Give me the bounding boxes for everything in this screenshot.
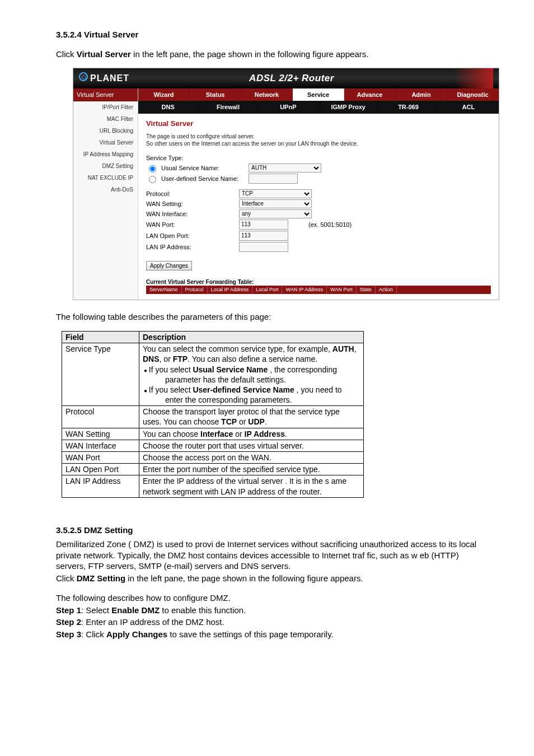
nav1-wizard[interactable]: Wizard <box>138 88 190 101</box>
param-desc-lanip: Enter the IP address of the virtual serv… <box>139 475 364 497</box>
user-service-label: User-defined Service Name: <box>161 175 245 183</box>
param-field-lanip: LAN IP Address <box>62 475 139 497</box>
fw-col-state: State <box>357 286 376 295</box>
section-2-title: DMZ Setting <box>84 525 133 535</box>
wan-port-hint: (ex. 5001:5010) <box>308 221 352 228</box>
router-logo: PLANET <box>79 72 129 85</box>
lan-ip-input[interactable] <box>239 242 288 252</box>
intro-1-b: Virtual Server <box>77 49 131 59</box>
fw-col-localport: Local Port <box>252 286 283 295</box>
wan-setting-select[interactable]: Interface <box>239 199 312 208</box>
fw-col-wanport: WAN Port <box>327 286 357 295</box>
param-desc-lanopen: Enter the port number of the specified s… <box>139 464 364 475</box>
usual-service-radio[interactable] <box>149 165 156 172</box>
param-desc-servicetype: You can select the common service type, … <box>139 343 364 406</box>
param-field-wanport: WAN Port <box>62 452 139 464</box>
forward-table-header: ServerName Protocol Local IP Address Loc… <box>146 286 491 295</box>
top-nav: Wizard Status Network Service Advance Ad… <box>138 88 499 101</box>
lan-open-input[interactable] <box>239 231 288 241</box>
service-type-label: Service Type: <box>146 154 491 162</box>
dmz-step-3: Step 3: Click Apply Changes to save the … <box>56 629 478 640</box>
nav1-network[interactable]: Network <box>241 88 293 101</box>
sidebar-item-natexclude[interactable]: NAT EXCLUDE IP <box>73 172 138 184</box>
nav2-upnp[interactable]: UPnP <box>259 101 318 113</box>
logo-text: PLANET <box>90 73 129 85</box>
protocol-label: Protocol: <box>146 190 236 198</box>
wan-iface-select[interactable]: any <box>239 209 312 218</box>
nav2-tr069[interactable]: TR-069 <box>378 101 438 113</box>
section-1-title: Virtual Server <box>84 30 138 39</box>
wan-iface-label: WAN Interface: <box>146 210 236 218</box>
wan-port-label: WAN Port: <box>146 221 236 228</box>
param-row-wansetting: WAN Setting You can choose Interface or … <box>62 428 364 440</box>
fw-col-localip: Local IP Address <box>208 286 252 295</box>
param-field-wansetting: WAN Setting <box>62 428 139 440</box>
content-title: Virtual Server <box>146 119 491 129</box>
dmz-step-1: Step 1: Select Enable DMZ to enable this… <box>56 605 478 616</box>
section-2-num: 3.5.2.5 <box>56 525 82 535</box>
usual-service-label: Usual Service Name: <box>161 164 245 172</box>
fw-col-wanip: WAN IP Address <box>282 286 327 295</box>
router-sidebar: Virtual Server IP/Port Filter MAC Filter… <box>73 88 138 300</box>
sidebar-item-urlblocking[interactable]: URL Blocking <box>73 125 138 137</box>
param-field-waniface: WAN Interface <box>62 440 139 451</box>
sidebar-item-virtualserver[interactable]: Virtual Server <box>73 137 138 148</box>
dmz-paragraph-3: The following describes how to configure… <box>56 592 478 604</box>
dmz-paragraph-2: Click DMZ Setting in the left pane, the … <box>56 573 478 584</box>
nav1-advance[interactable]: Advance <box>344 88 396 101</box>
sidebar-item-antidos[interactable]: Anti-DoS <box>73 184 138 195</box>
param-intro-text: The following table describes the parame… <box>56 311 478 323</box>
fw-col-action: Action <box>376 286 397 295</box>
param-th-desc: Description <box>139 331 364 343</box>
nav1-status[interactable]: Status <box>190 88 241 101</box>
lan-ip-label: LAN IP Address: <box>146 243 236 251</box>
section-1-intro: Click Virtual Server in the left pane, t… <box>56 49 478 60</box>
section-2-heading: 3.5.2.5 DMZ Setting <box>56 525 478 536</box>
protocol-select[interactable]: TCP <box>239 189 312 198</box>
router-content: Virtual Server The page is used to confi… <box>138 114 499 300</box>
user-service-radio[interactable] <box>149 176 156 183</box>
lan-open-label: LAN Open Port: <box>146 232 236 240</box>
param-row-lanopen: LAN Open Port Enter the port number of t… <box>62 464 364 475</box>
wan-port-input[interactable] <box>239 220 288 230</box>
nav2-dns[interactable]: DNS <box>138 101 198 113</box>
param-row-waniface: WAN Interface Choose the router port tha… <box>62 440 364 451</box>
user-service-input[interactable] <box>249 174 298 184</box>
param-table: Field Description Service Type You can s… <box>62 331 364 498</box>
banner-title: ADSL 2/2+ Router <box>249 72 334 85</box>
nav1-diagnostic[interactable]: Diagnostic <box>447 88 499 101</box>
sub-nav: DNS Firewall UPnP IGMP Proxy TR-069 ACL <box>138 101 499 113</box>
content-desc-l1: The page is used to configure virtual se… <box>146 133 491 140</box>
param-desc-wansetting: You can choose Interface or IP Address. <box>139 428 364 440</box>
sidebar-item-dmz[interactable]: DMZ Setting <box>73 160 138 172</box>
param-row-protocol: Protocol Choose the transport layer prot… <box>62 406 364 428</box>
router-screenshot: PLANET ADSL 2/2+ Router Virtual Server I… <box>73 68 499 300</box>
sidebar-item-ipport[interactable]: IP/Port Filter <box>73 101 138 113</box>
usual-service-select[interactable]: AUTH <box>249 164 321 172</box>
fw-col-protocol: Protocol <box>182 286 208 295</box>
param-field-lanopen: LAN Open Port <box>62 464 139 475</box>
param-row-lanip: LAN IP Address Enter the IP address of t… <box>62 475 364 497</box>
fw-col-servername: ServerName <box>146 286 182 295</box>
nav2-igmp[interactable]: IGMP Proxy <box>318 101 378 113</box>
param-desc-protocol: Choose the transport layer protoc ol tha… <box>139 406 364 428</box>
sidebar-item-ipmapping[interactable]: IP Address Mapping <box>73 148 138 160</box>
param-row-wanport: WAN Port Choose the access port on the W… <box>62 452 364 464</box>
nav2-firewall[interactable]: Firewall <box>198 101 258 113</box>
param-field-servicetype: Service Type <box>62 343 139 406</box>
param-desc-waniface: Choose the router port that uses virtual… <box>139 440 364 451</box>
nav2-acl[interactable]: ACL <box>439 101 499 113</box>
wan-setting-label: WAN Setting: <box>146 200 236 208</box>
param-field-protocol: Protocol <box>62 406 139 428</box>
dmz-step-2: Step 2: Enter an IP address of the DMZ h… <box>56 617 478 628</box>
nav1-service[interactable]: Service <box>293 88 344 101</box>
param-th-field: Field <box>62 331 139 343</box>
apply-button[interactable]: Apply Changes <box>146 261 192 270</box>
nav1-admin[interactable]: Admin <box>396 88 447 101</box>
sidebar-item-macfilter[interactable]: MAC Filter <box>73 113 138 125</box>
intro-1-c: in the left pane, the page shown in the … <box>131 49 368 59</box>
intro-1-a: Click <box>56 49 77 59</box>
globe-icon <box>79 72 88 81</box>
forward-table-title: Current Virtual Server Forwarding Table: <box>146 278 491 286</box>
param-desc-wanport: Choose the access port on the WAN. <box>139 452 364 464</box>
